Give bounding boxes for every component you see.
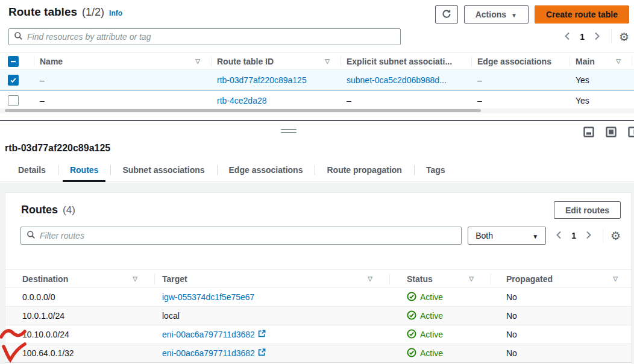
target-cell: local xyxy=(154,307,389,325)
name-cell: – xyxy=(34,90,211,111)
row-select-cell[interactable] xyxy=(0,90,34,111)
sort-icon[interactable] xyxy=(195,58,200,64)
route-table-id-link[interactable]: rtb-03d77af220c89a125 xyxy=(217,75,307,85)
column-header-main[interactable]: Main xyxy=(570,53,632,70)
tab-routes[interactable]: Routes xyxy=(58,158,110,181)
sort-icon[interactable] xyxy=(325,58,330,64)
routes-card: Routes (4) Edit routes Bo xyxy=(5,192,632,364)
column-header-status[interactable]: Status xyxy=(389,270,491,288)
column-header-destination[interactable]: Destination xyxy=(5,270,154,288)
panel-drag-handle[interactable] xyxy=(281,129,297,135)
column-header-stub xyxy=(632,53,634,70)
routes-filter[interactable] xyxy=(20,227,462,245)
tab-tags[interactable]: Tags xyxy=(414,158,457,181)
routes-table: Destination Target Status Propagated 0.0… xyxy=(5,269,631,363)
destination-cell: 10.10.0.0/24 xyxy=(5,325,154,344)
route-row: 10.10.0.0/24 eni-00ac6a797711d3682 Activ… xyxy=(5,325,631,344)
info-link[interactable]: Info xyxy=(109,9,122,17)
status-cell: Active xyxy=(389,288,491,307)
edit-routes-button[interactable]: Edit routes xyxy=(554,201,621,219)
routes-pagination: 1 ⚙ xyxy=(552,228,621,243)
table-row[interactable]: – rtb-03d77af220c89a125 subnet-0ca5c2d06… xyxy=(0,70,634,90)
tab-edge-associations[interactable]: Edge associations xyxy=(217,158,315,181)
column-header-target[interactable]: Target xyxy=(154,270,389,288)
route-tables-list-pane: Route tables (1/2) Info Actions Create r… xyxy=(0,0,634,121)
panel-maximize-icon[interactable] xyxy=(606,127,617,137)
external-link-icon xyxy=(258,330,266,339)
panel-chrome xyxy=(0,121,634,143)
chevron-left-icon xyxy=(556,231,562,241)
subnet-link[interactable]: subnet-0ca5c2d06b988d... xyxy=(347,75,447,85)
tab-details[interactable]: Details xyxy=(6,158,58,181)
sort-icon[interactable] xyxy=(616,58,621,64)
route-table-id-cell: rtb-03d77af220c89a125 xyxy=(211,70,341,90)
column-header-route-table-id[interactable]: Route table ID xyxy=(211,53,341,70)
divider xyxy=(603,228,603,243)
page-header: Route tables (1/2) Info Actions Create r… xyxy=(0,0,634,24)
caret-down-icon xyxy=(511,10,517,19)
route-table-id-link[interactable]: rtb-4ce2da28 xyxy=(217,96,267,105)
column-header-explicit-subnet[interactable]: Explicit subnet associati... xyxy=(341,53,471,70)
detail-title: rtb-03d77af220c89a125 xyxy=(0,143,634,154)
resource-search-input[interactable] xyxy=(27,32,395,42)
preferences-gear-icon[interactable]: ⚙ xyxy=(610,230,621,242)
route-row: 100.64.0.1/32 eni-00ac6a797711d3682 Acti… xyxy=(5,344,631,363)
chevron-right-icon xyxy=(586,231,592,241)
preferences-gear-icon[interactable]: ⚙ xyxy=(619,31,629,43)
chevron-right-icon xyxy=(594,32,600,42)
route-tables-screen: Route tables (1/2) Info Actions Create r… xyxy=(0,0,634,364)
prev-page-button[interactable] xyxy=(560,30,574,45)
refresh-button[interactable] xyxy=(435,5,458,24)
status-label: Active xyxy=(420,330,443,339)
actions-button[interactable]: Actions xyxy=(464,5,529,24)
resource-search[interactable] xyxy=(8,28,401,45)
row-select-cell[interactable] xyxy=(0,70,34,90)
target-link[interactable]: igw-055374dc1f5e75e67 xyxy=(162,292,254,302)
tab-subnet-associations[interactable]: Subnet associations xyxy=(110,158,216,181)
current-page-number[interactable]: 1 xyxy=(576,32,588,42)
sort-icon[interactable] xyxy=(133,275,137,282)
horizontal-scrollbar-thumb[interactable] xyxy=(5,109,481,112)
status-cell: Active xyxy=(389,307,491,325)
sort-icon[interactable] xyxy=(368,275,372,282)
route-table-id-cell: rtb-4ce2da28 xyxy=(211,90,341,111)
prev-page-button[interactable] xyxy=(552,228,565,243)
sort-icon[interactable] xyxy=(469,275,474,282)
panel-bottom-layout-icon[interactable] xyxy=(583,127,594,137)
current-page-number[interactable]: 1 xyxy=(568,231,580,240)
create-route-table-button[interactable]: Create route table xyxy=(535,5,629,24)
status-cell: Active xyxy=(389,344,491,363)
propagated-cell: No xyxy=(491,325,631,344)
routes-section-counter: (4) xyxy=(63,204,75,216)
select-all-checkbox[interactable] xyxy=(8,56,19,67)
target-cell: igw-055374dc1f5e75e67 xyxy=(154,288,389,307)
list-pagination: 1 ⚙ xyxy=(560,30,629,45)
routes-filter-select[interactable]: Both xyxy=(468,227,546,245)
next-page-button[interactable] xyxy=(591,30,604,45)
propagated-cell: No xyxy=(491,307,631,325)
tab-route-propagation[interactable]: Route propagation xyxy=(315,158,413,181)
target-link[interactable]: eni-00ac6a797711d3682 xyxy=(162,330,266,339)
propagated-cell: No xyxy=(491,344,631,363)
routes-filter-input[interactable] xyxy=(40,231,456,240)
edge-cell: – xyxy=(471,90,570,111)
column-header-propagated[interactable]: Propagated xyxy=(491,270,631,288)
list-toolbar: 1 ⚙ xyxy=(0,24,634,45)
status-label: Active xyxy=(420,348,443,358)
row-checkbox-unchecked[interactable] xyxy=(8,95,19,106)
panel-side-layout-icon[interactable] xyxy=(628,127,634,137)
target-link[interactable]: eni-00ac6a797711d3682 xyxy=(162,348,266,358)
main-cell: Yes xyxy=(570,70,632,90)
table-header-row: Name Route table ID Explicit subnet asso… xyxy=(0,53,634,70)
table-row[interactable]: – rtb-4ce2da28 – – Yes xyxy=(0,90,634,111)
sort-icon[interactable] xyxy=(613,275,618,282)
status-label: Active xyxy=(420,311,443,321)
column-header-name[interactable]: Name xyxy=(34,53,211,70)
search-icon xyxy=(27,230,36,242)
row-checkbox-checked[interactable] xyxy=(8,75,19,86)
select-all-header[interactable] xyxy=(0,53,34,70)
name-cell: – xyxy=(34,70,211,90)
next-page-button[interactable] xyxy=(582,228,595,243)
actions-button-label: Actions xyxy=(476,10,506,19)
column-header-edge-associations[interactable]: Edge associations xyxy=(471,53,570,70)
